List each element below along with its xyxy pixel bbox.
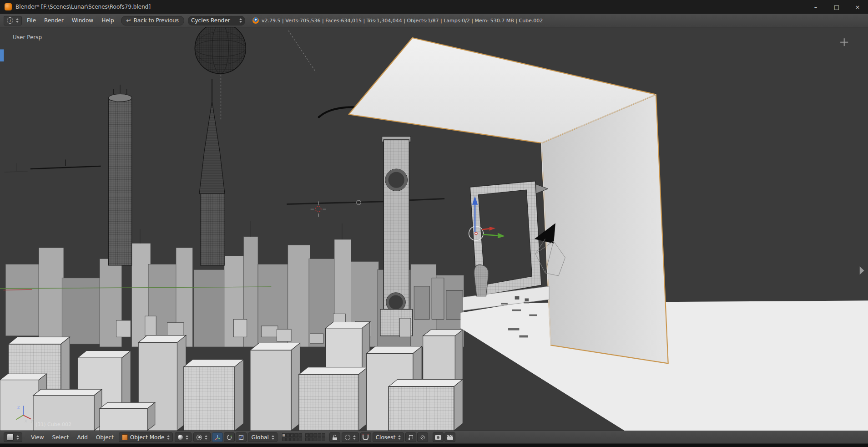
axis-x-label: x xyxy=(25,418,28,424)
layer-cell[interactable] xyxy=(294,437,298,441)
manipulator-scale-icon xyxy=(238,434,244,441)
pivot-point-icon xyxy=(197,435,202,440)
window-title: Blender* [F:\Scenes\Lunar\Scenes\Roofs79… xyxy=(15,4,151,10)
mode-label: Object Mode xyxy=(130,434,165,441)
layer-cell[interactable] xyxy=(290,433,294,437)
snap-element-icon xyxy=(408,435,414,440)
layer-cell[interactable] xyxy=(298,437,302,441)
menu-view[interactable]: View xyxy=(27,435,48,440)
dropdown-arrows-icon xyxy=(205,435,207,440)
back-to-previous-button[interactable]: ↩ Back to Previous xyxy=(121,16,185,25)
footer-strip xyxy=(0,444,868,447)
layer-cell[interactable] xyxy=(305,433,309,437)
manipulator-translate-button[interactable] xyxy=(212,432,223,442)
shading-sphere-icon xyxy=(178,435,183,440)
layers-widget xyxy=(282,433,325,441)
lock-layers-button[interactable] xyxy=(329,432,340,442)
selected-object-label: (31) Cube.002 xyxy=(35,422,71,427)
layer-cell[interactable] xyxy=(286,437,290,441)
layers-grid-right xyxy=(305,433,325,441)
view3d-header: View Select Add Object Object Mode Glo xyxy=(0,431,868,444)
opengl-render-anim-button[interactable] xyxy=(444,432,455,442)
window-title-bar: Blender* [F:\Scenes\Lunar\Scenes\Roofs79… xyxy=(0,0,868,14)
menu-file[interactable]: File xyxy=(23,18,40,23)
axis-y-label: y xyxy=(30,417,34,423)
manipulator-scale-button[interactable] xyxy=(236,432,247,442)
column-building xyxy=(380,137,413,336)
snap-align-button[interactable] xyxy=(417,432,428,442)
gizmo-x-arrow xyxy=(482,229,490,229)
minimize-button[interactable]: – xyxy=(805,0,826,14)
layer-cell[interactable] xyxy=(290,437,294,441)
orientation-label: Global xyxy=(251,434,268,441)
layer-cell[interactable] xyxy=(322,433,325,437)
layer-cell[interactable] xyxy=(309,433,313,437)
layer-cell[interactable] xyxy=(309,437,313,441)
editor-type-button[interactable] xyxy=(4,432,22,442)
opengl-render-button[interactable] xyxy=(433,432,444,442)
snap-align-icon xyxy=(420,435,425,440)
layer-cell[interactable] xyxy=(298,433,302,437)
magnet-icon xyxy=(363,435,368,440)
axis-z-label: z xyxy=(17,404,20,410)
layer-cell[interactable] xyxy=(286,433,290,437)
render-engine-dropdown[interactable]: Cycles Render xyxy=(188,16,245,25)
statue-object xyxy=(474,265,489,296)
info-header: i File Render Window Help ↩ Back to Prev… xyxy=(0,14,868,27)
manipulator-rotate-icon xyxy=(226,434,232,441)
lock-icon xyxy=(333,435,337,440)
info-editor-icon: i xyxy=(7,17,13,24)
dropdown-arrows-icon xyxy=(272,435,274,440)
layer-cell[interactable] xyxy=(313,437,317,441)
dropdown-arrows-icon xyxy=(186,435,188,440)
menu-add[interactable]: Add xyxy=(73,435,92,440)
transform-orientation-dropdown[interactable]: Global xyxy=(248,432,277,442)
editor-type-button[interactable]: i xyxy=(4,16,22,25)
menu-select[interactable]: Select xyxy=(48,435,73,440)
object-mode-cube-icon xyxy=(122,434,128,440)
menu-window[interactable]: Window xyxy=(68,18,97,23)
view-perspective-label: User Persp xyxy=(13,34,42,41)
snap-target-label: Closest xyxy=(376,434,396,441)
manipulator-rotate-button[interactable] xyxy=(224,432,235,442)
layer-cell[interactable] xyxy=(305,437,309,441)
snap-target-dropdown[interactable]: Closest xyxy=(373,432,404,442)
dropdown-arrows-icon xyxy=(167,435,170,440)
window-controls: – □ × xyxy=(805,0,868,14)
layer-blue-tab xyxy=(0,49,4,61)
dropdown-arrows-icon xyxy=(353,435,356,440)
mode-dropdown[interactable]: Object Mode xyxy=(119,432,173,442)
menu-object[interactable]: Object xyxy=(92,435,118,440)
snap-toggle-button[interactable] xyxy=(360,432,371,442)
layer-cell[interactable] xyxy=(294,433,298,437)
pivot-point-dropdown[interactable] xyxy=(193,432,211,442)
proportional-edit-dropdown[interactable] xyxy=(342,432,359,442)
layer-cell[interactable] xyxy=(318,437,321,441)
dropdown-arrows-icon xyxy=(239,18,242,23)
viewport-canvas[interactable]: z x y xyxy=(0,27,868,431)
layer-cell[interactable] xyxy=(322,437,325,441)
dropdown-arrows-icon xyxy=(16,435,19,440)
camera-icon xyxy=(435,435,441,440)
layer-cell[interactable] xyxy=(318,433,321,437)
layer-cell[interactable] xyxy=(282,433,286,437)
view3d-editor-icon xyxy=(7,434,14,441)
cylinder-tower xyxy=(109,85,132,265)
viewport-3d[interactable]: z x y User Persp (31) Cube.002 xyxy=(0,27,868,431)
viewport-shading-dropdown[interactable] xyxy=(175,432,192,442)
menu-help[interactable]: Help xyxy=(97,18,118,23)
snap-element-button[interactable] xyxy=(405,432,416,442)
blender-logo-icon xyxy=(252,17,259,24)
render-engine-label: Cycles Render xyxy=(191,17,230,24)
maximize-button[interactable]: □ xyxy=(826,0,847,14)
blender-app-icon xyxy=(5,3,12,10)
layer-cell[interactable] xyxy=(313,433,317,437)
manipulator-translate-icon xyxy=(214,434,221,441)
close-button[interactable]: × xyxy=(847,0,868,14)
proportional-edit-icon xyxy=(345,435,350,440)
menu-render[interactable]: Render xyxy=(40,18,68,23)
scene-statistics: v2.79.5 | Verts:705,536 | Faces:634,015 … xyxy=(262,18,543,24)
dropdown-arrows-icon xyxy=(398,435,401,440)
back-to-previous-label: Back to Previous xyxy=(134,17,179,24)
layer-cell[interactable] xyxy=(282,437,286,441)
